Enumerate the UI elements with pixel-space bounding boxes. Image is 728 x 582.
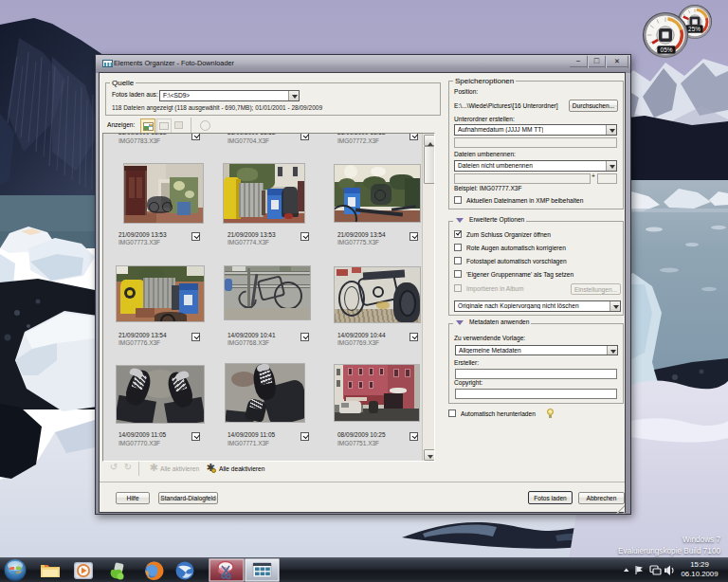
svg-text:05%: 05% (661, 46, 673, 53)
svg-text:25%: 25% (688, 26, 701, 32)
